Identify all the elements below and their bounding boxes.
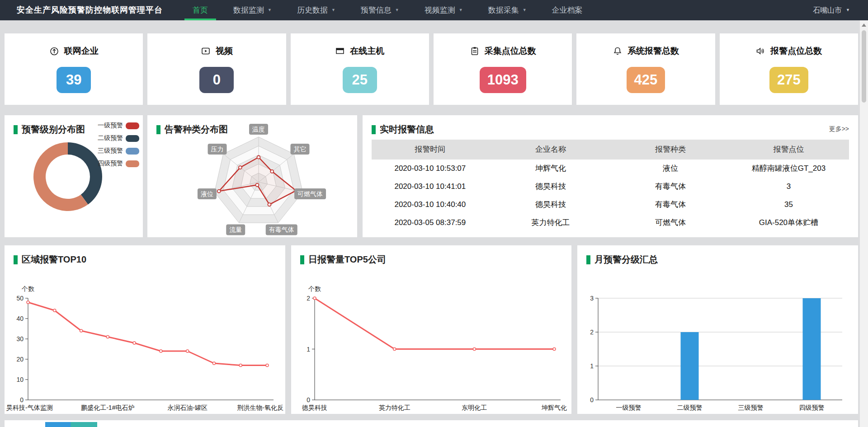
svg-text:一级预警: 一级预警 bbox=[616, 404, 642, 411]
svg-text:压力: 压力 bbox=[211, 145, 224, 153]
panel-head: 告警种类分布图 bbox=[156, 123, 228, 136]
svg-text:有毒气体: 有毒气体 bbox=[269, 226, 294, 233]
green-marker bbox=[372, 125, 376, 134]
stat-label: 联网企业 bbox=[64, 45, 99, 57]
stat-label: 系统报警总数 bbox=[627, 45, 679, 57]
cell-alarm-time: 2020-03-05 08:37:59 bbox=[372, 214, 489, 232]
cell-alarm-time: 2020-03-10 10:41:01 bbox=[372, 178, 489, 196]
panel-title: 日报警量TOP5公司 bbox=[308, 253, 386, 266]
bar-chart-monthly: 0123一级预警二级预警三级预警四级预警 bbox=[577, 245, 858, 414]
nav-item-data-collect[interactable]: 数据采集▼ bbox=[476, 0, 539, 20]
svg-text:三级预警: 三级预警 bbox=[738, 404, 764, 411]
next-row-peek bbox=[5, 420, 858, 427]
svg-text:东明化工: 东明化工 bbox=[462, 404, 487, 411]
scroll-thumb[interactable] bbox=[862, 30, 866, 103]
stat-value-badge: 39 bbox=[57, 67, 91, 93]
cell-enterprise: 德昊科技 bbox=[489, 196, 613, 214]
svg-text:1: 1 bbox=[307, 346, 310, 353]
bell-icon bbox=[613, 46, 623, 56]
panel-title: 预警级别分布图 bbox=[22, 123, 85, 136]
legend-swatch bbox=[126, 135, 139, 142]
navbar: 安全生产风险预警防控物联网管理平台 首页 数据监测▼ 历史数据▼ 预警信息▼ 视… bbox=[0, 0, 868, 20]
panel-alarm-type-radar: 告警种类分布图 温度其它可燃气体有毒气体流量液位压力 bbox=[147, 115, 357, 237]
stats-row: 联网企业 39 视频 0 在线主机 25 采集点位总数 1093 bbox=[5, 33, 858, 105]
panel-title: 区域报警TOP10 bbox=[22, 253, 86, 266]
legend-swatch bbox=[126, 148, 139, 155]
legend-item[interactable]: 一级预警 bbox=[98, 122, 139, 130]
line-chart-region-top10: 01020304050个数昊科技-气体监测鹏盛化工-1#电石炉永润石油-罐区荆洪… bbox=[5, 245, 285, 414]
cell-alarm-type: 可燃气体 bbox=[613, 214, 728, 232]
svg-text:永润石油-罐区: 永润石油-罐区 bbox=[167, 404, 208, 411]
region-selector[interactable]: 石嘴山市▼ bbox=[813, 0, 850, 20]
cell-alarm-time: 2020-03-10 10:53:07 bbox=[372, 160, 489, 178]
legend-item[interactable]: 二级预警 bbox=[98, 134, 139, 142]
panel-head: 月预警分级汇总 bbox=[586, 253, 658, 266]
header-cell: 企业名称 bbox=[489, 140, 613, 160]
panel-head: 实时报警信息 bbox=[372, 123, 434, 136]
table-row: 2020-03-10 10:40:40 德昊科技 有毒气体 35 bbox=[372, 196, 849, 214]
green-marker bbox=[14, 255, 18, 264]
nav-item-video-monitor[interactable]: 视频监测▼ bbox=[412, 0, 476, 20]
clipboard-icon bbox=[470, 46, 480, 56]
stat-value-badge: 25 bbox=[343, 67, 377, 93]
cell-enterprise: 英力特化工 bbox=[489, 214, 613, 232]
app-title: 安全生产风险预警防控物联网管理平台 bbox=[17, 0, 163, 20]
cell-alarm-type: 有毒气体 bbox=[613, 196, 728, 214]
table-row: 2020-03-05 08:37:59 英力特化工 可燃气体 GIA-520单体… bbox=[372, 214, 849, 232]
panel-head: 预警级别分布图 bbox=[14, 123, 85, 136]
row-bottom: 区域报警TOP10 01020304050个数昊科技-气体监测鹏盛化工-1#电石… bbox=[5, 245, 858, 414]
nav-item-alert-info[interactable]: 预警信息▼ bbox=[348, 0, 412, 20]
stat-label: 采集点位总数 bbox=[485, 45, 536, 57]
chevron-down-icon: ▼ bbox=[459, 0, 463, 20]
chevron-down-icon: ▼ bbox=[331, 0, 335, 20]
nav-item-data-monitor[interactable]: 数据监测▼ bbox=[221, 0, 284, 20]
svg-text:二级预警: 二级预警 bbox=[677, 404, 703, 411]
scrollbar[interactable] bbox=[860, 20, 868, 427]
stat-value-badge: 1093 bbox=[480, 67, 526, 93]
svg-text:1: 1 bbox=[590, 362, 594, 370]
nav-item-history-data[interactable]: 历史数据▼ bbox=[284, 0, 348, 20]
svg-text:2: 2 bbox=[590, 328, 594, 336]
stat-card-system-alarms: 系统报警总数 425 bbox=[576, 33, 715, 105]
nav-item-label: 视频监测 bbox=[425, 6, 455, 14]
scroll-up-arrow[interactable] bbox=[862, 23, 866, 27]
table-row: 2020-03-10 10:53:07 坤辉气化 液位 精醇南罐液位GT_203 bbox=[372, 160, 849, 178]
header-cell: 报警时间 bbox=[372, 140, 489, 160]
alarms-table: 报警时间 企业名称 报警种类 报警点位 2020-03-10 10:53:07 … bbox=[372, 140, 849, 232]
header-cell: 报警种类 bbox=[613, 140, 728, 160]
more-link[interactable]: 更多>> bbox=[829, 125, 849, 133]
svg-text:10: 10 bbox=[16, 376, 24, 383]
legend-swatch bbox=[126, 160, 139, 167]
green-marker bbox=[586, 255, 590, 264]
svg-text:40: 40 bbox=[16, 315, 24, 322]
legend-item[interactable]: 三级预警 bbox=[98, 147, 139, 155]
region-label: 石嘴山市 bbox=[813, 6, 842, 14]
svg-text:坤辉气化: 坤辉气化 bbox=[541, 404, 567, 411]
pie-legend: 一级预警 二级预警 三级预警 四级预警 bbox=[98, 122, 139, 172]
nav-item-home[interactable]: 首页 bbox=[180, 0, 221, 20]
legend-label: 一级预警 bbox=[98, 122, 123, 130]
nav-item-label: 历史数据 bbox=[297, 6, 328, 14]
panel-realtime-alarms: 实时报警信息 更多>> 报警时间 企业名称 报警种类 报警点位 2020-03-… bbox=[363, 115, 858, 237]
svg-text:昊科技-气体监测: 昊科技-气体监测 bbox=[6, 404, 53, 411]
cell-alarm-type: 有毒气体 bbox=[613, 178, 728, 196]
cell-alarm-point: 精醇南罐液位GT_203 bbox=[728, 160, 849, 178]
stat-card-enterprises: 联网企业 39 bbox=[5, 33, 143, 105]
cell-alarm-point: 35 bbox=[728, 196, 849, 214]
cell-alarm-type: 液位 bbox=[613, 160, 728, 178]
stat-value-badge: 275 bbox=[769, 67, 808, 93]
legend-label: 二级预警 bbox=[98, 134, 123, 142]
svg-text:0: 0 bbox=[307, 396, 310, 404]
green-marker bbox=[156, 125, 160, 134]
chevron-down-icon: ▼ bbox=[846, 0, 850, 20]
panel-region-top10: 区域报警TOP10 01020304050个数昊科技-气体监测鹏盛化工-1#电石… bbox=[5, 245, 285, 414]
svg-text:德昊科技: 德昊科技 bbox=[302, 404, 327, 411]
panel-monthly-summary: 月预警分级汇总 0123一级预警二级预警三级预警四级预警 bbox=[577, 245, 858, 414]
nav-item-enterprise-archive[interactable]: 企业档案 bbox=[539, 0, 595, 20]
legend-item[interactable]: 四级预警 bbox=[98, 160, 139, 168]
svg-text:可燃气体: 可燃气体 bbox=[297, 190, 323, 197]
svg-text:2: 2 bbox=[307, 295, 310, 302]
peek-bar-fragment bbox=[71, 422, 97, 427]
svg-text:荆洪生物-氧化反: 荆洪生物-氧化反 bbox=[237, 404, 283, 411]
svg-text:30: 30 bbox=[16, 335, 24, 343]
